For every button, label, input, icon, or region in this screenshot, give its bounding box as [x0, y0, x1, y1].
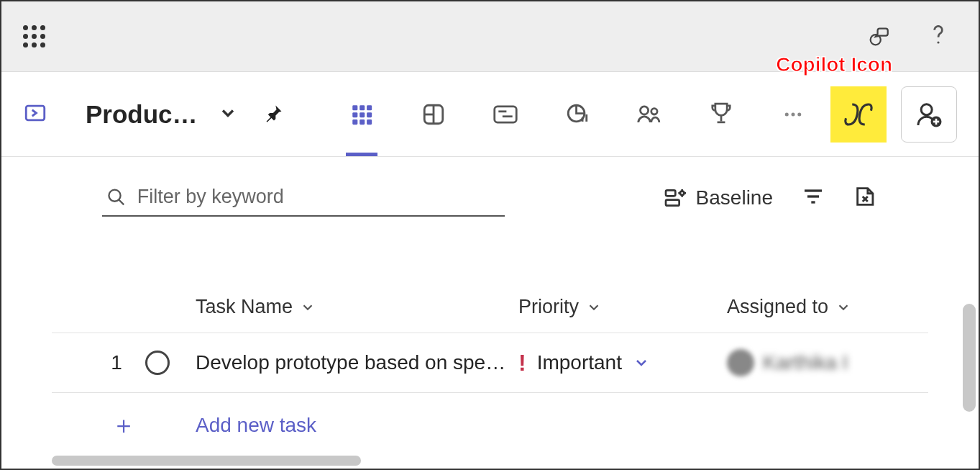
view-chart-icon[interactable]: [563, 100, 592, 129]
add-task-row[interactable]: ＋ Add new task: [52, 393, 928, 458]
project-toolbar: Produc…: [1, 72, 979, 157]
project-title[interactable]: Produc…: [86, 100, 198, 129]
plus-icon: ＋: [52, 409, 196, 442]
view-people-icon[interactable]: [635, 100, 664, 129]
svg-rect-9: [352, 119, 357, 125]
table-row[interactable]: 1 Develop prototype based on spe… ! Impo…: [52, 333, 928, 393]
svg-rect-34: [666, 190, 675, 196]
search-icon: [106, 186, 127, 208]
chevron-down-icon: [835, 299, 851, 315]
baseline-icon: [663, 186, 686, 209]
chevron-down-icon: [300, 299, 316, 315]
assigned-cell[interactable]: Karthika I: [727, 349, 928, 376]
view-timeline-icon[interactable]: [491, 100, 520, 129]
horizontal-scrollbar[interactable]: [52, 456, 361, 466]
svg-point-25: [784, 112, 788, 116]
svg-rect-15: [494, 106, 516, 122]
svg-rect-35: [666, 199, 679, 205]
svg-point-36: [680, 191, 684, 194]
svg-rect-10: [360, 119, 365, 125]
row-number: 1: [88, 351, 145, 374]
baseline-label: Baseline: [696, 186, 773, 209]
app-launcher-icon[interactable]: [23, 25, 45, 48]
svg-rect-6: [352, 112, 357, 117]
baseline-button[interactable]: Baseline: [663, 186, 773, 209]
column-priority[interactable]: Priority: [518, 296, 727, 318]
add-member-button[interactable]: [901, 86, 957, 143]
svg-rect-11: [367, 119, 372, 125]
chevron-down-icon: [586, 299, 602, 315]
svg-rect-7: [360, 112, 365, 117]
add-task-label: Add new task: [196, 414, 316, 437]
chevron-down-icon[interactable]: [633, 354, 650, 371]
svg-rect-4: [360, 105, 365, 110]
important-icon: !: [518, 350, 526, 376]
task-complete-checkbox[interactable]: [145, 351, 196, 375]
copilot-icon: [843, 99, 874, 130]
task-table: Task Name Priority Assigned to 1 Develop…: [1, 224, 979, 458]
view-grid-icon[interactable]: [347, 100, 376, 129]
table-header-row: Task Name Priority Assigned to: [52, 281, 928, 333]
svg-point-1: [937, 41, 939, 43]
title-chevron-down-icon[interactable]: [218, 103, 238, 126]
svg-point-21: [640, 106, 648, 114]
task-name-cell[interactable]: Develop prototype based on spe…: [196, 351, 518, 374]
copilot-button[interactable]: [830, 86, 887, 143]
svg-point-32: [109, 189, 120, 201]
column-assigned-to[interactable]: Assigned to: [727, 296, 928, 318]
svg-rect-5: [367, 105, 372, 110]
filter-icon[interactable]: [802, 185, 825, 211]
circle-icon: [145, 351, 170, 375]
toggle-panel-icon[interactable]: [23, 101, 47, 128]
help-icon[interactable]: [927, 22, 950, 55]
vertical-scrollbar[interactable]: [963, 304, 976, 412]
pin-icon[interactable]: [264, 103, 284, 126]
avatar: [727, 349, 754, 376]
svg-point-27: [797, 112, 801, 116]
priority-cell[interactable]: ! Important: [518, 350, 727, 376]
feedback-icon[interactable]: [866, 24, 891, 52]
svg-rect-8: [367, 112, 372, 117]
svg-point-28: [921, 104, 932, 114]
svg-point-22: [651, 108, 656, 114]
svg-rect-3: [352, 105, 357, 110]
view-board-icon[interactable]: [419, 100, 448, 129]
search-box[interactable]: [102, 178, 505, 217]
annotation-copilot-label: Copilot Icon: [776, 53, 892, 76]
view-goals-icon[interactable]: [707, 100, 736, 129]
filter-bar: Baseline: [1, 157, 979, 224]
svg-line-33: [119, 199, 124, 204]
column-task-name[interactable]: Task Name: [196, 296, 518, 318]
svg-point-26: [791, 112, 794, 116]
search-input[interactable]: [137, 186, 500, 208]
conditional-formatting-icon[interactable]: [853, 184, 878, 212]
person-add-icon: [915, 100, 943, 129]
more-views-icon[interactable]: [779, 100, 807, 129]
